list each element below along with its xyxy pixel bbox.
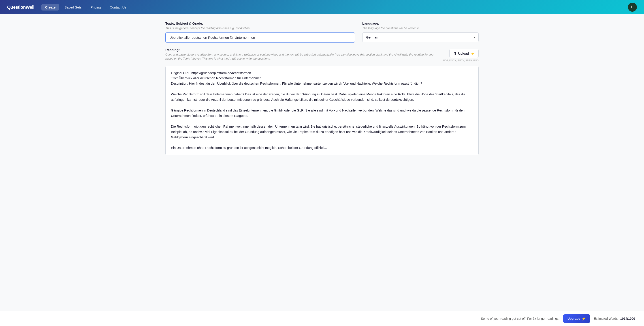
topic-hint: This is the general concept the reading … <box>165 26 355 30</box>
cutoff-text: Some of your reading got cut off! For 5x… <box>481 317 560 320</box>
nav-links: Create Saved Sets Pricing Contact Us <box>42 4 621 11</box>
nav-link-pricing[interactable]: Pricing <box>87 4 104 11</box>
upload-btn-label: Upload <box>458 52 469 55</box>
upload-button[interactable]: ⬆ Upload ⚡ <box>449 49 479 58</box>
word-count-display: Estimated Words: 1014/1000 <box>594 317 635 320</box>
nav-link-contact-us[interactable]: Contact Us <box>106 4 130 11</box>
lightning-icon: ⚡ <box>470 52 474 55</box>
upgrade-label: Upgrade <box>568 317 580 320</box>
reading-hint: Copy and paste student reading from any … <box>165 53 438 61</box>
reading-label: Reading: <box>165 48 438 52</box>
navbar: QuestionWell Create Saved Sets Pricing C… <box>0 0 644 14</box>
language-hint: The language the questions will be writt… <box>362 26 479 30</box>
topic-input[interactable] <box>165 33 355 43</box>
bottom-bar: Some of your reading got cut off! For 5x… <box>0 311 644 326</box>
upgrade-button[interactable]: Upgrade ⚡ <box>563 314 590 323</box>
upload-hint: PDF, DOCX, PPTX, JPEG, PNG <box>443 59 479 62</box>
word-count-label: Estimated Words: <box>594 317 618 320</box>
reading-textarea[interactable]: Original URL: https://gruenderplattform.… <box>165 66 479 155</box>
nav-link-saved-sets[interactable]: Saved Sets <box>61 4 85 11</box>
language-select[interactable]: German English French Spanish Italian Du… <box>362 33 479 42</box>
reading-header-left: Reading: Copy and paste student reading … <box>165 48 438 63</box>
upload-icon: ⬆ <box>454 51 456 56</box>
upload-section: ⬆ Upload ⚡ PDF, DOCX, PPTX, JPEG, PNG <box>443 49 479 62</box>
topic-field: Topic, Subject & Grade: This is the gene… <box>165 22 355 43</box>
topic-language-row: Topic, Subject & Grade: This is the gene… <box>165 22 479 43</box>
reading-header: Reading: Copy and paste student reading … <box>165 48 479 63</box>
user-avatar[interactable]: L <box>628 3 637 12</box>
nav-link-create[interactable]: Create <box>42 4 59 11</box>
language-select-wrapper: German English French Spanish Italian Du… <box>362 33 479 42</box>
topic-label: Topic, Subject & Grade: <box>165 22 355 25</box>
word-count-value: 1014/1000 <box>620 317 635 320</box>
main-content: Topic, Subject & Grade: This is the gene… <box>156 14 488 179</box>
upgrade-lightning-icon: ⚡ <box>582 316 586 321</box>
language-field: Language: The language the questions wil… <box>362 22 479 42</box>
language-label: Language: <box>362 22 479 25</box>
reading-section: Reading: Copy and paste student reading … <box>165 48 479 156</box>
brand-logo: QuestionWell <box>7 5 34 10</box>
